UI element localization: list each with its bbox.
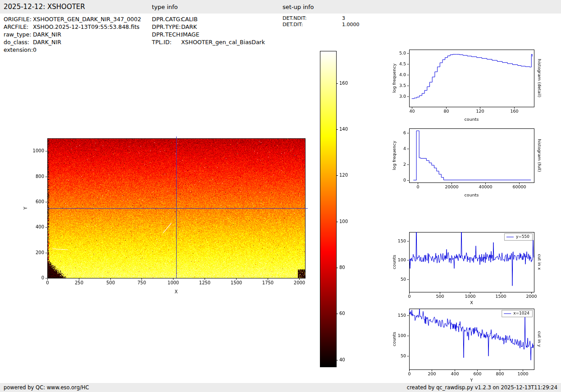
info-row: DET.DIT:1.0000 xyxy=(283,22,360,28)
info-value: XSHOOTER_gen_cal_BiasDark xyxy=(181,39,265,46)
info-row: ARCFILE:XSHOO.2025-12-13T09:55:53.848.fi… xyxy=(4,23,141,31)
setup-info-block: DET.NDIT:3 DET.DIT:1.0000 xyxy=(283,15,360,27)
info-value: 3 xyxy=(342,15,345,21)
info-label: raw_type: xyxy=(4,31,33,38)
qc-report-page: 2025-12-12: XSHOOTER type info set-up in… xyxy=(0,0,561,392)
setup-info-heading: set-up info xyxy=(283,4,314,10)
file-info-block: ORIGFILE:XSHOOTER_GEN_DARK_NIR_347_0002 … xyxy=(4,15,141,54)
info-row: extension:0 xyxy=(4,46,141,54)
info-value: XSHOO.2025-12-13T09:55:53.848.fits xyxy=(33,23,140,30)
info-row: DPR.CATG:CALIB xyxy=(152,15,265,23)
histogram-detail-plot xyxy=(385,43,550,126)
info-label: DET.DIT: xyxy=(283,22,342,28)
cut-in-y-plot xyxy=(385,305,550,383)
info-value: XSHOOTER_GEN_DARK_NIR_347_0002 xyxy=(33,16,141,23)
info-label: DPR.TYPE: xyxy=(152,23,181,31)
info-value: DARK_NIR xyxy=(33,31,61,38)
info-label: extension: xyxy=(4,46,33,54)
info-label: TPL.ID: xyxy=(152,38,181,46)
info-label: ORIGFILE: xyxy=(4,15,33,23)
info-label: do_class: xyxy=(4,38,33,46)
info-row: raw_type:DARK_NIR xyxy=(4,31,141,38)
info-label: DPR.TECH: xyxy=(152,31,181,38)
info-row: DPR.TYPE:DARK xyxy=(152,23,265,31)
cut-in-x-plot xyxy=(385,225,550,305)
footer-powered-by: powered by QC: www.eso.org/HC xyxy=(4,384,89,391)
info-value: 0 xyxy=(33,46,36,53)
type-info-heading: type info xyxy=(152,4,178,10)
footer-created-by: created by qc_rawdisp.py v1.2.3 on 2025-… xyxy=(407,384,557,391)
info-value: 1.0000 xyxy=(342,22,360,27)
info-label: DPR.CATG: xyxy=(152,15,181,23)
info-value: CALIB xyxy=(181,16,198,23)
info-row: TPL.ID:XSHOOTER_gen_cal_BiasDark xyxy=(152,38,265,46)
info-row: ORIGFILE:XSHOOTER_GEN_DARK_NIR_347_0002 xyxy=(4,15,141,23)
info-row: do_class:DARK_NIR xyxy=(4,38,141,46)
info-label: ARCFILE: xyxy=(4,23,33,31)
header-bar: 2025-12-12: XSHOOTER type info set-up in… xyxy=(0,0,561,14)
footer-bar: powered by QC: www.eso.org/HC created by… xyxy=(0,383,561,392)
page-title: 2025-12-12: XSHOOTER xyxy=(4,3,85,11)
info-value: DARK xyxy=(181,23,197,30)
detector-image xyxy=(18,132,315,300)
info-row: DPR.TECH:IMAGE xyxy=(152,31,265,38)
info-value: DARK_NIR xyxy=(33,39,61,46)
type-info-block: DPR.CATG:CALIB DPR.TYPE:DARK DPR.TECH:IM… xyxy=(152,15,265,46)
colorbar xyxy=(315,47,357,369)
info-value: IMAGE xyxy=(181,31,199,38)
info-label: DET.NDIT: xyxy=(283,15,342,22)
info-row: DET.NDIT:3 xyxy=(283,15,360,22)
histogram-full-plot xyxy=(385,122,550,203)
